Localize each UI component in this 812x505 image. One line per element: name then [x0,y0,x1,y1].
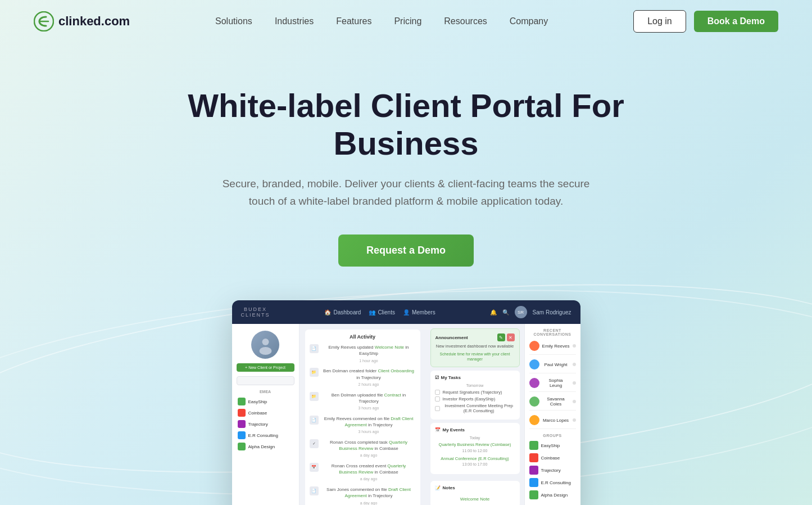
activity-title: All Activity [310,334,416,340]
svg-point-1 [262,339,269,345]
sidebar-client-coinbase[interactable]: Coinbase [237,407,294,418]
activity-icon-4: ✓ [310,439,319,448]
conv-name-4: Marco Lopes [542,418,570,423]
announcement-title: Announcement [436,335,468,340]
task-checkbox-0[interactable] [435,390,440,395]
logo[interactable]: clinked.com [34,11,130,31]
activity-item-4: ✓ Ronan Cross completed task Quarterly B… [310,439,416,458]
sidebar-client-trajectory[interactable]: Trajectory [237,418,294,430]
conv-avatar-4 [529,415,539,425]
activity-section: All Activity 📄 Emily Reeves updated Welc… [305,330,420,505]
conv-dot-2 [573,381,576,385]
announcement-close-button[interactable]: ✕ [507,333,515,341]
group-icon-1 [529,453,538,462]
conv-dot-0 [573,344,576,348]
group-item-0[interactable]: EasyShip [529,441,576,450]
sidebar-client-alpha[interactable]: Alpha Design [237,441,294,452]
task-checkbox-2[interactable] [435,406,440,411]
search-icon: 🔍 [502,309,509,315]
nav-industries[interactable]: Industries [275,16,314,26]
conversations-title: RECENT CONVERSATIONS [529,328,576,336]
conversations-panel: RECENT CONVERSATIONS Emily Reeves Paul W… [524,324,580,505]
notes-card: 📝Notes Welcome Note [430,481,520,505]
activity-text-4: Ronan Cross completed task Quarterly Bus… [322,439,416,458]
events-card: 📅My Events Today Quarterly Business Revi… [430,423,520,474]
groups-section: GROUPS EasyShip Coinbase T [529,434,576,499]
activity-icon-1: 📁 [310,368,319,377]
sidebar-user-avatar [251,331,279,359]
group-name-4: Alpha Design [541,493,568,498]
dashboard-sidebar: + New Client or Project EMEA EasyShip Co… [232,324,300,505]
new-client-button[interactable]: + New Client or Project [237,363,294,372]
request-demo-button[interactable]: Request a Demo [338,235,474,267]
group-icon-0 [529,441,538,450]
nav-company[interactable]: Company [510,16,548,26]
nav-actions: Log in Book a Demo [633,10,778,33]
activity-text-2: Ben Dolman uploaded file Contract in Tra… [322,392,416,411]
book-demo-button[interactable]: Book a Demo [694,11,778,32]
nav-solutions[interactable]: Solutions [215,16,252,26]
login-button[interactable]: Log in [633,10,686,33]
coinbase-icon [238,409,246,417]
activity-item-2: 📁 Ben Dolman uploaded file Contract in T… [310,392,416,411]
logo-icon [34,11,54,31]
hero-section: White-label Client Portal For Business S… [0,42,812,505]
tasks-tomorrow-label: Tomorrow [435,384,515,387]
activity-item-5: 📅 Ronan Cross created event Quarterly Bu… [310,463,416,482]
sidebar-client-er[interactable]: E.R Consulting [237,430,294,441]
task-item-1: Investor Reports (EasyShip) [435,396,515,402]
announcement-link[interactable]: Schedule time for review with your clien… [436,351,515,363]
group-name-0: EasyShip [541,443,560,448]
nav-resources[interactable]: Resources [444,16,487,26]
main-nav: clinked.com Solutions Industries Feature… [0,0,812,42]
conv-avatar-0 [529,341,539,351]
announcement-edit-button[interactable]: ✎ [497,333,505,341]
conv-dot-4 [573,418,576,422]
tasks-card: ☑My Tasks Tomorrow Request Signatures (T… [430,371,520,420]
dashboard-brand: BUDEX CLIENTS [241,306,270,318]
group-item-4[interactable]: Alpha Design [529,490,576,499]
announcement-actions: ✎ ✕ [497,333,515,341]
activity-text-3: Emily Reeves commented on file Draft Cli… [322,416,416,435]
dashboard-body: + New Client or Project EMEA EasyShip Co… [232,324,580,505]
conv-avatar-3 [529,396,539,407]
task-item-0: Request Signatures (Trajectory) [435,390,515,395]
tasks-title: ☑My Tasks [435,375,515,380]
activity-icon-5: 📅 [310,463,319,472]
announcement-card: Announcement ✎ ✕ New investment dashboar… [430,328,520,367]
group-item-2[interactable]: Trajectory [529,466,576,475]
sidebar-client-easyship[interactable]: EasyShip [237,396,294,407]
group-name-1: Coinbase [541,456,560,461]
dashboard-logo: BUDEX CLIENTS [241,306,270,318]
conv-item-2[interactable]: Sophia Leung [529,378,576,392]
groups-title: GROUPS [529,434,576,438]
group-item-3[interactable]: E.R Consulting [529,478,576,487]
client-search[interactable] [237,376,294,385]
notes-title: 📝Notes [435,485,515,490]
conv-name-0: Emily Reeves [542,344,570,349]
user-avatar: SR [515,306,527,318]
task-checkbox-1[interactable] [435,396,440,402]
conv-avatar-1 [529,359,539,369]
conv-item-4[interactable]: Marco Lopes [529,415,576,429]
dashboard-user-area: 🔔 🔍 SR Sam Rodriguez [490,306,571,318]
easyship-icon [238,398,246,405]
conv-item-3[interactable]: Savanna Coles [529,396,576,411]
dashboard-right-panel: Announcement ✎ ✕ New investment dashboar… [426,324,524,505]
dash-nav-members: 👤Members [403,309,436,315]
nav-pricing[interactable]: Pricing [394,16,421,26]
group-name-3: E.R Consulting [541,480,571,485]
dash-nav-clients: 👥Clients [369,309,395,315]
dashboard-nav: 🏠Dashboard 👥Clients 👤Members [324,309,435,315]
activity-icon-6: 📄 [310,486,319,495]
activity-icon-3: 📄 [310,416,319,425]
conv-item-0[interactable]: Emily Reeves [529,341,576,355]
task-item-2: Investment Committee Meeting Prep (E.R C… [435,403,515,413]
nav-features[interactable]: Features [336,16,371,26]
conv-dot-1 [573,363,576,366]
activity-item-0: 📄 Emily Reeves updated Welcome Note in E… [310,344,416,363]
conv-item-1[interactable]: Paul Wright [529,359,576,373]
notes-link[interactable]: Welcome Note [460,497,489,502]
activity-text-5: Ronan Cross created event Quarterly Busi… [322,463,416,482]
group-item-1[interactable]: Coinbase [529,453,576,462]
